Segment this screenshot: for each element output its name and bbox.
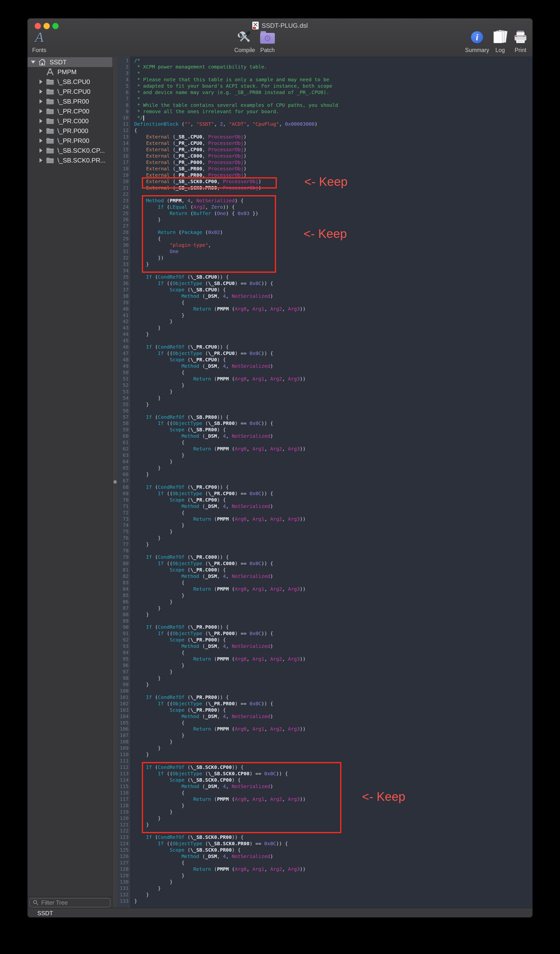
line-number: 93 <box>117 643 131 650</box>
log-button[interactable]: Log <box>493 29 507 53</box>
disclosure-triangle[interactable] <box>38 89 44 94</box>
line-number: 25 <box>117 210 131 217</box>
code-line: { <box>131 720 532 726</box>
sidebar-item-ssdt[interactable]: SSDT <box>28 57 112 67</box>
code-line: Scope (\_PR.C000) { <box>131 567 532 573</box>
line-number: 2 <box>117 64 131 70</box>
line-number: 65 <box>117 465 131 471</box>
log-pages-icon <box>493 30 507 45</box>
compile-button[interactable]: Compile <box>231 29 258 53</box>
sidebar-item-prc000[interactable]: \_PR.C000 <box>28 116 112 126</box>
disclosure-triangle[interactable] <box>38 148 44 153</box>
code-line: If (CondRefOf (\_SB.PR00)) { <box>131 414 532 421</box>
line-number: 16 <box>117 153 131 159</box>
sidebar-item-pmpm[interactable]: PMPM <box>28 67 112 77</box>
disclosure-triangle[interactable] <box>30 61 36 64</box>
sidebar-item-sbcpu0[interactable]: \_SB.CPU0 <box>28 77 112 87</box>
titlebar: SSDT-PLUG.dsl <box>28 20 532 31</box>
disclosure-triangle[interactable] <box>38 158 44 162</box>
code-line: } <box>131 739 532 745</box>
code-line <box>131 338 532 344</box>
disclosure-triangle[interactable] <box>38 99 44 104</box>
sidebar-item-prcpu0[interactable]: \_PR.CPU0 <box>28 87 112 97</box>
code-line: } <box>131 528 532 535</box>
code-line: } <box>131 873 532 879</box>
line-number: 96 <box>117 662 131 669</box>
line-number: 29 <box>117 236 131 242</box>
line-number: 97 <box>117 669 131 675</box>
code-line: Scope (\_SB.PR00) { <box>131 427 532 433</box>
code-line <box>131 548 532 554</box>
line-number: 62 <box>117 446 131 452</box>
method-icon <box>45 69 55 75</box>
filter-tree-input[interactable] <box>41 899 103 906</box>
compile-icon <box>236 29 253 45</box>
disclosure-triangle[interactable] <box>38 119 44 123</box>
folder-icon <box>45 128 55 134</box>
summary-button[interactable]: i Summary <box>464 29 490 53</box>
line-number: 31 <box>117 248 131 255</box>
sidebar-item-prp000[interactable]: \_PR.P000 <box>28 126 112 136</box>
folder-icon <box>45 137 55 144</box>
patch-button[interactable]: ⚙ Patch <box>257 29 278 53</box>
code-line: { <box>131 580 532 586</box>
filter-tree-field[interactable] <box>30 898 110 907</box>
disclosure-triangle[interactable] <box>38 109 44 114</box>
patch-label: Patch <box>260 47 275 53</box>
code-line: { <box>131 860 532 866</box>
code-line: Method (_DSM, 4, NotSerialized) <box>131 643 532 650</box>
fonts-button[interactable]: A Fonts <box>30 29 49 53</box>
line-number: 42 <box>117 318 131 325</box>
disclosure-triangle[interactable] <box>38 129 44 133</box>
line-number: 64 <box>117 458 131 465</box>
pane-splitter[interactable] <box>112 56 118 908</box>
line-number: 67 <box>117 478 131 484</box>
line-number: 132 <box>117 892 131 898</box>
line-number: 50 <box>117 369 131 376</box>
sidebar-item-sbsck0cp[interactable]: \_SB.SCK0.CP... <box>28 146 112 155</box>
print-button[interactable]: Print <box>512 29 529 53</box>
sidebar-filter-divider <box>28 896 112 897</box>
line-number: 99 <box>117 681 131 688</box>
code-line: Method (_DSM, 4, NotSerialized) <box>131 713 532 720</box>
line-number: 82 <box>117 573 131 580</box>
code-line: Scope (\_PR.PR00) { <box>131 707 532 713</box>
sidebar-item-label: \_PR.PR00 <box>58 137 89 145</box>
line-number: 71 <box>117 503 131 510</box>
code-line: External (_SB_.PR00, ProcessorObj) <box>131 166 532 172</box>
code-line: * remove all the ones irrelevant for you… <box>131 109 532 115</box>
code-line: If ((ObjectType (\_SB.CPU0) == 0x0C)) { <box>131 281 532 287</box>
summary-label: Summary <box>465 47 489 53</box>
line-number: 107 <box>117 732 131 739</box>
line-number: 47 <box>117 350 131 357</box>
sidebar: SSDTPMPM\_SB.CPU0\_PR.CPU0\_SB.PR00\_PR.… <box>28 56 112 908</box>
sidebar-tree: SSDTPMPM\_SB.CPU0\_PR.CPU0\_SB.PR00\_PR.… <box>28 57 112 165</box>
line-number: 75 <box>117 528 131 535</box>
folder-icon <box>45 147 55 154</box>
code-line: } <box>131 452 532 458</box>
line-number: 19 <box>117 172 131 178</box>
keep-annotation-box-3 <box>142 762 341 833</box>
disclosure-triangle[interactable] <box>38 139 44 143</box>
line-number: 24 <box>117 204 131 210</box>
code-line: } <box>131 898 532 904</box>
sidebar-item-label: \_SB.CPU0 <box>58 78 90 86</box>
code-line: If (CondRefOf (\_PR.CPU0)) { <box>131 344 532 350</box>
code-line: } <box>131 599 532 605</box>
line-number-gutter: 1234567891011121314151617181920212223242… <box>117 56 131 908</box>
window-title: SSDT-PLUG.dsl <box>261 22 308 30</box>
line-number: 21 <box>117 185 131 191</box>
line-number: 60 <box>117 433 131 440</box>
line-number: 6 <box>117 89 131 96</box>
disclosure-triangle[interactable] <box>38 80 44 84</box>
sidebar-item-prcp00[interactable]: \_PR.CP00 <box>28 106 112 116</box>
code-line: } <box>131 592 532 599</box>
code-line: External (_PR_.C000, ProcessorObj) <box>131 153 532 159</box>
sidebar-item-sbpr00[interactable]: \_SB.PR00 <box>28 97 112 106</box>
sidebar-item-sbsck0pr[interactable]: \_SB.SCK0.PR... <box>28 155 112 165</box>
sidebar-item-prpr00[interactable]: \_PR.PR00 <box>28 136 112 146</box>
line-number: 128 <box>117 866 131 873</box>
line-number: 56 <box>117 408 131 414</box>
line-number: 78 <box>117 548 131 554</box>
splitter-handle[interactable] <box>114 480 117 484</box>
